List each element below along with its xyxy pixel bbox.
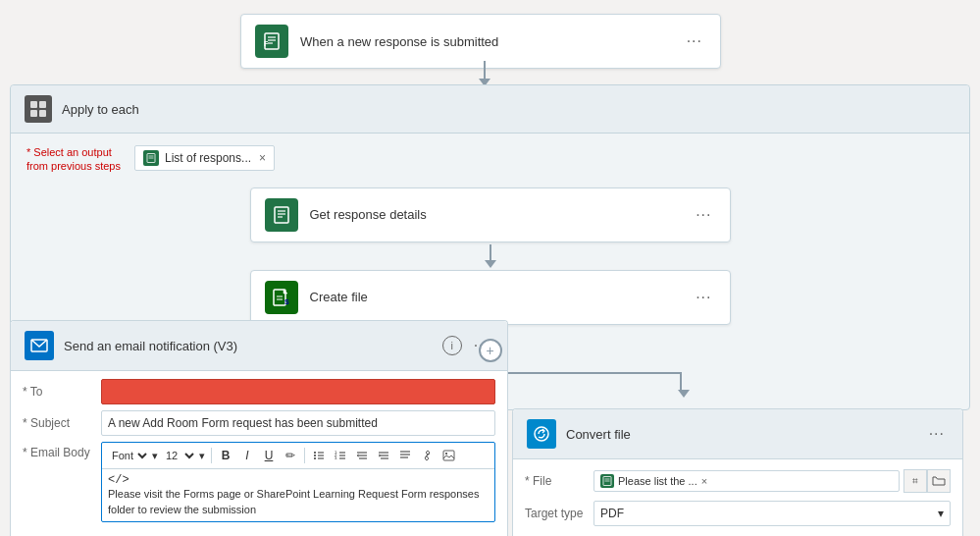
- create-file-label: Create file: [310, 290, 693, 304]
- convert-panel-title: Convert file: [566, 427, 925, 442]
- svg-text:S: S: [284, 298, 289, 305]
- create-file-more-button[interactable]: ···: [692, 287, 715, 308]
- file-tag-close-button[interactable]: ×: [701, 475, 707, 487]
- to-label: * To: [23, 385, 101, 399]
- target-type-row: Target type PDF ▾: [525, 501, 951, 526]
- to-field-row: * To: [23, 379, 495, 404]
- to-input[interactable]: [101, 379, 495, 404]
- select-output-row: * Select an outputfrom previous steps Li…: [26, 145, 954, 174]
- add-step-button[interactable]: +: [479, 339, 502, 362]
- select-output-label: * Select an outputfrom previous steps: [26, 145, 134, 174]
- apply-each-icon: [25, 95, 52, 123]
- email-body-label: * Email Body: [23, 446, 101, 459]
- convert-panel-body: * File Please list the ... × ⌗ Tar: [513, 459, 962, 536]
- italic-button[interactable]: I: [237, 446, 257, 465]
- svg-rect-12: [275, 207, 288, 223]
- svg-rect-7: [30, 110, 37, 117]
- file-label: * File: [525, 474, 593, 488]
- target-type-value: PDF: [600, 507, 624, 520]
- indent-less-button[interactable]: [352, 446, 372, 465]
- code-tag: </>: [108, 473, 489, 487]
- file-tag-text: Please list the ...: [618, 475, 697, 487]
- output-tag-close-button[interactable]: ×: [259, 151, 266, 165]
- convert-more-button[interactable]: ···: [925, 423, 949, 445]
- svg-point-21: [314, 452, 316, 454]
- svg-rect-5: [30, 101, 37, 108]
- get-response-label: Get response details: [310, 207, 693, 222]
- file-action-code-button[interactable]: ⌗: [903, 469, 927, 493]
- output-tag-text: List of respons...: [165, 151, 251, 165]
- rich-toolbar: Font ▾ 12 ▾ B I U ✏: [102, 443, 494, 469]
- file-action-folder-button[interactable]: [927, 469, 951, 493]
- email-icon: [25, 331, 54, 360]
- email-panel-header: Send an email notification (V3) i ···: [11, 321, 507, 371]
- email-body-rich-text[interactable]: Font ▾ 12 ▾ B I U ✏: [101, 442, 495, 522]
- svg-text:F: F: [264, 40, 269, 47]
- svg-rect-6: [39, 101, 46, 108]
- email-panel-title: Send an email notification (V3): [64, 339, 442, 353]
- svg-point-45: [535, 427, 548, 441]
- align-button[interactable]: [395, 446, 415, 465]
- flow-canvas: F When a new response is submitted ··· A…: [0, 0, 980, 536]
- email-info-button[interactable]: i: [442, 336, 462, 355]
- link-button[interactable]: [417, 446, 437, 465]
- step-get-response[interactable]: Get response details ···: [250, 188, 731, 242]
- file-actions: ⌗: [903, 469, 951, 493]
- target-type-chevron: ▾: [938, 507, 944, 520]
- target-type-label: Target type: [525, 507, 593, 520]
- get-response-more-button[interactable]: ···: [692, 204, 715, 226]
- email-body-field-row: * Email Body Font ▾ 12 ▾ B I: [23, 442, 495, 522]
- file-field-row: * File Please list the ... × ⌗: [525, 469, 951, 493]
- output-tag-forms-icon: [143, 150, 159, 166]
- rich-content: </> Please visit the Forms page or Share…: [102, 469, 494, 521]
- highlight-button[interactable]: ✏: [281, 446, 300, 465]
- svg-rect-43: [443, 451, 454, 460]
- svg-point-44: [445, 453, 447, 455]
- subject-input[interactable]: [101, 410, 495, 436]
- indent-more-button[interactable]: [374, 446, 393, 465]
- step-create-file[interactable]: S Create file ···: [250, 270, 731, 325]
- trigger-label: When a new response is submitted: [300, 34, 683, 49]
- bold-button[interactable]: B: [216, 446, 235, 465]
- output-tag[interactable]: List of respons... ×: [134, 145, 275, 171]
- target-type-select[interactable]: PDF ▾: [593, 501, 951, 526]
- arrow-trigger-to-apply: [479, 61, 490, 86]
- font-size-dropdown-icon[interactable]: ▾: [199, 450, 205, 462]
- svg-text:3.: 3.: [335, 456, 337, 460]
- svg-point-25: [314, 457, 316, 459]
- underline-button[interactable]: U: [259, 446, 279, 465]
- arrow-get-to-create: [485, 244, 496, 268]
- convert-icon: [527, 419, 556, 449]
- body-text: Please visit the Forms page or SharePoin…: [108, 487, 489, 517]
- font-select[interactable]: Font: [108, 449, 150, 462]
- file-tag[interactable]: Please list the ... ×: [593, 470, 900, 492]
- image-button[interactable]: [438, 446, 458, 465]
- file-tag-icon: [600, 474, 614, 488]
- font-dropdown-icon[interactable]: ▾: [152, 450, 158, 462]
- get-response-icon: [265, 198, 298, 232]
- trigger-more-button[interactable]: ···: [683, 30, 706, 52]
- apply-each-header: Apply to each: [11, 85, 969, 134]
- svg-rect-8: [39, 110, 46, 117]
- create-file-icon: S: [265, 281, 298, 314]
- svg-point-23: [314, 455, 316, 456]
- font-size-select[interactable]: 12: [162, 449, 197, 462]
- email-panel: Send an email notification (V3) i ··· * …: [10, 320, 508, 536]
- subject-field-row: * Subject: [23, 410, 495, 436]
- numbered-list-button[interactable]: 1.2.3.: [331, 446, 350, 465]
- convert-panel: Convert file ··· * File Please list the …: [512, 408, 963, 536]
- subject-label: * Subject: [23, 416, 101, 430]
- apply-each-title: Apply to each: [62, 102, 139, 117]
- bullet-list-button[interactable]: [309, 446, 329, 465]
- trigger-icon: F: [255, 25, 288, 58]
- email-panel-body: * To * Subject * Email Body Font ▾: [11, 371, 507, 536]
- convert-panel-header: Convert file ···: [513, 409, 962, 459]
